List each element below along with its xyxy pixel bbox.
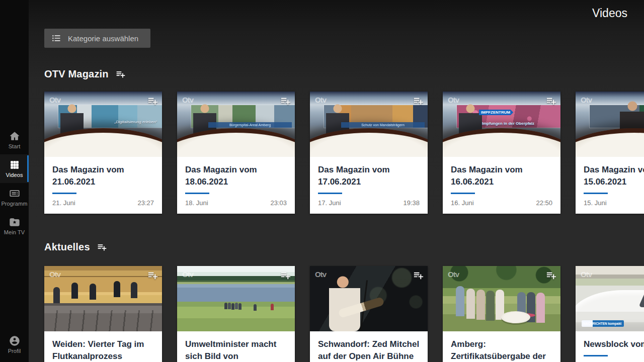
otv-watermark-logo: Otv (581, 270, 592, 279)
sidebar-item-label: Mein TV (4, 229, 25, 235)
thumbnail-subject (71, 283, 78, 299)
playlist-add-icon[interactable] (280, 269, 291, 281)
video-card[interactable]: Otv Umweltminister macht sich Bild von E… (177, 266, 295, 362)
video-date: 15. Juni (584, 199, 607, 207)
sidebar-item-label: Videos (6, 172, 23, 178)
section-aktuelles: Aktuelles Otv Weiden: Vierter Tag im Flu… (44, 214, 644, 362)
video-card[interactable]: Otv Amberg: Zertifikatsübergabe der Kult… (443, 266, 560, 362)
title-divider (185, 193, 209, 194)
sidebar-item-label: Profil (8, 348, 21, 354)
video-thumbnail: Otv (44, 266, 162, 331)
otv-watermark-logo: Otv (182, 96, 193, 104)
thumbnail-subject (60, 104, 84, 143)
video-thumbnail: Otv (443, 266, 560, 331)
video-row: Otv Weiden: Vierter Tag im Flutkanalproz… (44, 266, 644, 362)
sidebar-item-programm[interactable]: Programm (0, 183, 29, 212)
title-divider (318, 193, 342, 194)
sidebar-item-profil[interactable]: Profil (0, 330, 29, 359)
account-circle-icon (9, 335, 20, 346)
thumbnail-subject (329, 276, 360, 331)
video-info: Das Magazin vom 16.06.2021 16. Juni 22:5… (443, 157, 560, 214)
video-meta: 16. Juni 22:50 (451, 199, 552, 214)
category-button-label: Kategorie auswählen (68, 34, 138, 43)
otv-watermark-logo: Otv (182, 270, 193, 279)
playlist-add-icon[interactable] (115, 69, 126, 79)
sidebar-item-videos[interactable]: Videos (0, 154, 29, 183)
video-title: Amberg: Zertifikatsübergabe der Kulturdo… (451, 338, 552, 362)
sidebar-item-mein-tv[interactable]: Mein TV (0, 212, 29, 240)
video-date: 18. Juni (185, 199, 208, 207)
thumbnail-caption: NACHRICHTEN kompakt (582, 320, 624, 327)
video-card[interactable]: Bürgerspital-Areal Amberg Otv Das Magazi… (177, 92, 295, 214)
video-info: Newsblock vom (576, 331, 644, 362)
video-duration: 19:38 (403, 199, 420, 207)
playlist-add-icon[interactable] (97, 242, 107, 252)
playlist-add-icon[interactable] (280, 95, 291, 107)
sidebar: Start Videos Programm Mein TV Profil (0, 0, 29, 362)
otv-watermark-logo: Otv (448, 96, 459, 104)
video-info: Das Magazin vom 17.06.2021 17. Juni 19:3… (310, 157, 428, 214)
video-card[interactable]: NACHRICHTEN kompakt Otv Newsblock vom (576, 266, 644, 362)
section-title: Aktuelles (44, 241, 90, 253)
video-info: Das Magazin vom 21.06.2021 21. Juni 23:2… (44, 157, 162, 214)
sidebar-item-start[interactable]: Start (0, 126, 29, 154)
video-title: Schwandorf: Zed Mitchel auf der Open Air… (318, 338, 420, 362)
video-meta: 21. Juni 23:27 (52, 199, 154, 214)
video-card[interactable]: Otv Das Magazin vom 15.06.2021 15. Juni (576, 92, 644, 214)
otv-watermark-logo: Otv (49, 96, 60, 104)
title-divider (52, 193, 76, 194)
video-meta: 17. Juni 19:38 (318, 199, 420, 214)
video-card[interactable]: Schutz von Mandatsträgern Otv Das Magazi… (310, 92, 428, 214)
playlist-add-icon[interactable] (413, 269, 424, 281)
category-select-button[interactable]: Kategorie auswählen (44, 29, 150, 48)
video-title: Weiden: Vierter Tag im Flutkanalprozess (52, 338, 154, 362)
video-title: Newsblock vom (584, 338, 644, 350)
grid-apps-icon (9, 159, 20, 170)
sidebar-item-label: Start (9, 143, 21, 149)
video-info: Das Magazin vom 15.06.2021 15. Juni (576, 157, 644, 214)
thumbnail-caption: „Digitalisierung erleben“ (115, 120, 157, 124)
video-info: Amberg: Zertifikatsübergabe der Kulturdo… (443, 331, 560, 362)
active-indicator (27, 155, 29, 182)
video-duration: 23:03 (270, 199, 287, 207)
page-title: Videos (592, 7, 627, 20)
video-row: „Digitalisierung erleben“ Otv Das Magazi… (44, 92, 644, 214)
thumbnail-caption: Impfungen in der Oberpfalz (482, 121, 534, 126)
video-title: Das Magazin vom 17.06.2021 (318, 164, 420, 188)
video-card[interactable]: Otv Weiden: Vierter Tag im Flutkanalproz… (44, 266, 162, 362)
otv-watermark-logo: Otv (315, 270, 326, 279)
video-card[interactable]: Otv Schwandorf: Zed Mitchel auf der Open… (310, 266, 428, 362)
list-icon (51, 33, 61, 43)
playlist-add-icon[interactable] (413, 95, 424, 107)
video-duration: 23:27 (137, 199, 154, 207)
video-thumbnail: Otv (310, 266, 428, 331)
title-divider (584, 355, 608, 356)
title-divider (584, 193, 608, 194)
title-divider (451, 193, 475, 194)
video-meta: 15. Juni (584, 199, 644, 214)
thumbnail-subject (620, 101, 644, 153)
thumbnail-caption: IMPFZENTRUM (479, 110, 513, 115)
sidebar-profile: Profil (0, 330, 29, 359)
video-info: Das Magazin vom 18.06.2021 18. Juni 23:0… (177, 157, 295, 214)
otv-watermark-logo: Otv (581, 96, 592, 104)
video-thumbnail: Otv (177, 266, 295, 331)
video-title: Das Magazin vom 15.06.2021 (584, 164, 644, 188)
thumbnail-subject (456, 286, 464, 316)
video-card[interactable]: „Digitalisierung erleben“ Otv Das Magazi… (44, 92, 162, 214)
video-thumbnail: NACHRICHTEN kompakt Otv (576, 266, 644, 331)
playlist-add-icon[interactable] (147, 95, 158, 107)
video-duration: 22:50 (536, 199, 552, 207)
folder-star-icon (9, 217, 20, 228)
playlist-add-icon[interactable] (545, 95, 557, 107)
playlist-add-icon[interactable] (545, 269, 557, 281)
video-thumbnail: Otv (576, 92, 644, 157)
home-icon (9, 131, 20, 142)
video-card[interactable]: IMPFZENTRUM Impfungen in der Oberpfalz O… (443, 92, 560, 214)
video-title: Das Magazin vom 21.06.2021 (52, 164, 154, 188)
video-title: Das Magazin vom 16.06.2021 (451, 164, 552, 188)
video-thumbnail: „Digitalisierung erleben“ Otv (44, 92, 162, 157)
playlist-add-icon[interactable] (147, 269, 158, 281)
video-date: 16. Juni (451, 199, 474, 207)
sidebar-item-label: Programm (1, 201, 27, 207)
